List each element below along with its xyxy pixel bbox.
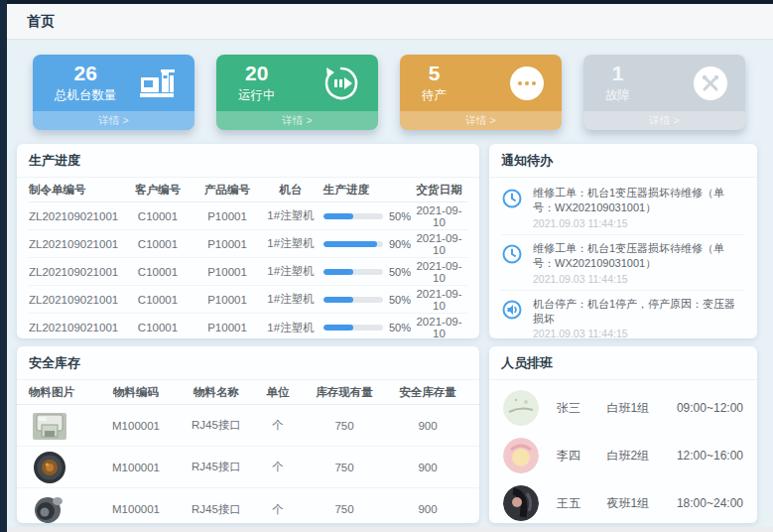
running-icon: [322, 65, 360, 102]
list-item: 维修工单：机台1变压器损坏待维修（单号：WX202109031001） 2021…: [501, 235, 745, 291]
cone-speaker-image: [29, 491, 70, 523]
waiting-detail-link[interactable]: 详情 >: [400, 111, 562, 130]
progress-bar: [323, 269, 383, 275]
table-row: M100001 RJ45接口 个 750 900: [17, 488, 479, 523]
stock-qty: 750: [301, 462, 388, 473]
safety-stock-header: 物料图片 物料编码 物料名称 单位 库存现有量 安全库存量: [17, 380, 479, 405]
item-code: M100001: [94, 462, 178, 473]
product-no: P10001: [193, 238, 262, 250]
col-stock-qty: 库存现有量: [301, 385, 388, 400]
table-row: ZL202109021001 C10001 P10001 1#注塑机 50% 2…: [29, 258, 467, 286]
list-item: 王五 夜班1组 18:00~24:00: [503, 479, 743, 523]
tab-home[interactable]: 首页: [19, 9, 63, 35]
machine-icon: [137, 67, 177, 99]
product-no: P10001: [193, 294, 262, 306]
col-item-image: 物料图片: [29, 385, 94, 400]
card-total-machines[interactable]: 26 总机台数量: [33, 55, 194, 130]
safety-qty: 900: [388, 462, 467, 473]
table-row: ZL202109021001 C10001 P10001 1#注塑机 50% 2…: [29, 314, 467, 338]
window-bottom-edge: [7, 527, 773, 532]
delivery-date: 2021-09-10: [411, 204, 467, 228]
progress-percent: 50%: [389, 266, 411, 278]
person-shift: 白班2组: [607, 448, 677, 465]
production-table: 制令单编号 客户编号 产品编号 机台 生产进度 交货日期 ZL202109021…: [17, 178, 479, 338]
running-value: 20: [238, 62, 276, 85]
waiting-value: 5: [422, 62, 447, 85]
progress-bar: [323, 213, 383, 219]
order-no: ZL202109021001: [29, 294, 123, 306]
col-item-name: 物料名称: [178, 385, 255, 400]
delivery-date: 2021-09-10: [411, 232, 467, 256]
safety-stock-table: 物料图片 物料编码 物料名称 单位 库存现有量 安全库存量: [17, 380, 479, 523]
fault-value: 1: [605, 62, 630, 85]
item-name: RJ45接口: [178, 502, 255, 517]
schedule-list: 张三 白班1组 09:00~12:00 李四 白班2组 12:00~16:00: [489, 380, 757, 523]
item-unit: 个: [255, 418, 301, 433]
col-product-no: 产品编号: [193, 183, 262, 198]
customer-no: C10001: [123, 210, 193, 222]
notification-text: 维修工单：机台1变压器损坏待维修（单号：WX202109031001）: [533, 186, 745, 216]
notification-time: 2021.09.03 11:44:15: [533, 273, 745, 285]
notifications-panel: 通知待办 维修工单：机台1变压器损坏待维修（单号：WX202109031001）…: [489, 144, 757, 338]
delivery-date: 2021-09-10: [411, 260, 467, 284]
product-no: P10001: [193, 210, 262, 222]
list-item: 维修工单：机台1变压器损坏待维修（单号：WX202109031001） 2021…: [501, 180, 745, 235]
customer-no: C10001: [123, 238, 193, 250]
clock-icon: [501, 241, 525, 285]
avatar-lisi: [503, 438, 539, 473]
person-name: 王五: [557, 495, 607, 512]
sidebar-collapsed-edge: [0, 0, 7, 532]
item-name: RJ45接口: [178, 460, 255, 474]
table-row: ZL202109021001 C10001 P10001 1#注塑机 50% 2…: [29, 286, 467, 314]
safety-stock-panel: 安全库存 物料图片 物料编码 物料名称 单位 库存现有量 安全库存量: [17, 346, 479, 523]
production-progress-title: 生产进度: [17, 144, 479, 178]
list-item: 李四 白班2组 12:00~16:00: [503, 432, 743, 479]
item-code: M100001: [94, 420, 178, 432]
card-fault[interactable]: 1 故障 详情 >: [583, 55, 745, 130]
personnel-schedule-panel: 人员排班 张三 白班1组 09:00~12:00 李: [489, 346, 757, 523]
waiting-label: 待产: [422, 87, 447, 104]
running-detail-link[interactable]: 详情 >: [216, 111, 378, 130]
progress-percent: 90%: [389, 238, 411, 250]
col-item-code: 物料编码: [94, 385, 178, 400]
stock-qty: 750: [301, 420, 388, 432]
running-label: 运行中: [238, 87, 276, 104]
panels-grid: 生产进度 制令单编号 客户编号 产品编号 机台 生产进度 交货日期 ZL2021…: [17, 144, 763, 523]
col-delivery-date: 交货日期: [411, 183, 467, 198]
notification-text: 机台停产：机台1停产，停产原因：变压器损坏: [533, 297, 745, 328]
progress-bar: [323, 297, 383, 303]
col-progress: 生产进度: [320, 183, 411, 198]
stock-qty: 750: [301, 503, 388, 515]
machine-name: 1#注塑机: [262, 208, 320, 223]
progress-percent: 50%: [389, 322, 411, 333]
machine-name: 1#注塑机: [262, 264, 320, 279]
speaker-icon: [501, 297, 525, 338]
notifications-list: 维修工单：机台1变压器损坏待维修（单号：WX202109031001） 2021…: [489, 178, 757, 338]
progress-percent: 50%: [389, 294, 411, 306]
notifications-title: 通知待办: [489, 144, 757, 178]
avatar-zhangsan: [503, 390, 539, 426]
dashboard-screen: 首页 26 总机台数量: [0, 0, 773, 532]
card-running[interactable]: 20 运行中 详情 >: [216, 55, 378, 130]
customer-no: C10001: [123, 322, 193, 333]
production-table-header: 制令单编号 客户编号 产品编号 机台 生产进度 交货日期: [29, 178, 467, 202]
stat-cards-row: 26 总机台数量: [17, 53, 763, 130]
notification-time: 2021.09.03 11:44:15: [533, 217, 745, 229]
person-time: 12:00~16:00: [677, 449, 743, 463]
card-waiting[interactable]: 5 待产 详情 >: [400, 55, 562, 130]
notification-text: 维修工单：机台1变压器损坏待维修（单号：WX202109031001）: [533, 241, 745, 272]
customer-no: C10001: [123, 294, 193, 306]
fault-detail-link[interactable]: 详情 >: [583, 111, 745, 130]
total-machines-detail-link[interactable]: 详情 >: [33, 111, 194, 130]
progress-bar: [323, 325, 383, 331]
machine-name: 1#注塑机: [262, 292, 320, 307]
progress-bar: [323, 241, 383, 247]
table-row: M100001 RJ45接口 个 750 900: [17, 447, 479, 488]
safety-qty: 900: [388, 420, 467, 432]
order-no: ZL202109021001: [29, 322, 123, 333]
col-safety-qty: 安全库存量: [388, 385, 467, 400]
item-code: M100001: [94, 503, 178, 515]
person-shift: 夜班1组: [607, 495, 677, 512]
product-no: P10001: [193, 322, 262, 333]
list-item: 张三 白班1组 09:00~12:00: [503, 384, 743, 432]
